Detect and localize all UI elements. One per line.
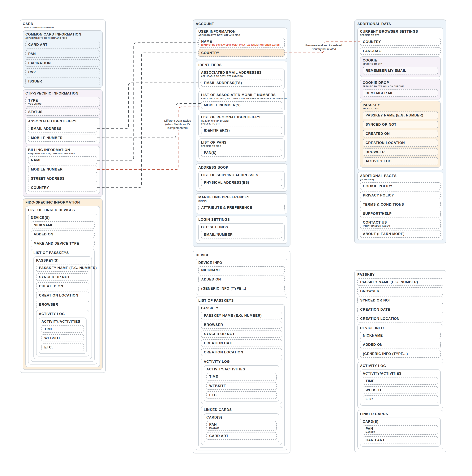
card-associated-identifiers-label: ASSOCIATED IDENTIFIERS (28, 119, 97, 123)
card-cvv: CVV (25, 68, 100, 76)
card-passkeys: PASSKEY(S)PASSKEY NAME (E.G. NUMBER)SYNC… (34, 256, 92, 359)
account-assoc-email-addresses-subtitle: APPLICABLE TO BOTH CTP AND FIDO (201, 75, 282, 78)
pk-activity-log-label: ACTIVITY LOG (360, 364, 441, 368)
card-list-of-passkeys-label: LIST OF PASSKEYS (34, 251, 92, 255)
card-devices-label: DEVICE(S) (31, 216, 95, 220)
addl-language: LANGUAGE (360, 47, 441, 55)
device-activity-time-label: TIME (209, 374, 274, 379)
additional-data: ADDITIONAL DATACURRENT BROWSER SETTINGSS… (354, 19, 446, 243)
account-country: COUNTRY (198, 49, 285, 57)
device-passkey-name: PASSKEY NAME (E.G. NUMBER) (201, 312, 282, 320)
label-different-data-tables: Different Data Tables(when Mobile as IDi… (163, 118, 192, 130)
card-passkey-creation-location: CREATION LOCATION (36, 291, 89, 299)
addl-contact-us-label: CONTACT US (363, 220, 438, 224)
addl-support-help: SUPPORT/HELP (360, 210, 441, 218)
card-label: CARD (23, 22, 103, 26)
label-country-not-related: Browser-level and User-levelCountry not … (304, 43, 343, 51)
device-activity-website: WEBSITE (206, 382, 277, 390)
pk-card-pan-label: PAN (365, 426, 436, 431)
addl-contact-us: CONTACT US("THAT RANDOM PAGE") (360, 219, 441, 229)
account-country-label: COUNTRY (201, 51, 282, 55)
card-device-nickname-label: NICKNAME (34, 223, 92, 227)
card-assoc-mobile: MOBILE NUMBER (28, 134, 97, 142)
pk-name-label: PASSKEY NAME (E.G. NUMBER) (360, 280, 441, 284)
addl-passkey-name: PASSKEY NAME (E.G. NUMBER) (363, 112, 438, 119)
account-otp-settings: OTP SETTINGSEMAIL/NUMBER (198, 223, 285, 241)
pk-device-generic-info-label: (GENERIC INFO (TYPE...) (363, 352, 438, 356)
label-different-data-tables-line: Different Data Tables (164, 119, 191, 122)
device-activity-etc: ETC. (206, 391, 277, 399)
account-identifier-items: IDENTIFIER(S) (201, 127, 282, 134)
pk-activity-log: ACTIVITY LOGACTIVITY/ACTIVITIESTIMEWEBSI… (357, 362, 443, 408)
pk-card-pan: PANMASKED (363, 425, 438, 435)
device-added-on-label: ADDED ON (201, 277, 282, 281)
card-passkey-created-on: CREATED ON (36, 282, 89, 290)
addl-remember-me: REMEMBER ME (363, 89, 438, 97)
account-shipping-addresses-label: LIST OF SHIPPING ADDRESSES (201, 173, 282, 177)
pk-activities-label: ACTIVITY/ACTIVITIES (363, 371, 438, 375)
addl-about-label: ABOUT (LEARN MORE) (363, 232, 438, 236)
account-regional-identifiers-subtitle: I.E. E-ID, CPF (IN BRAZIL) (201, 119, 282, 122)
pk-device-generic-info: (GENERIC INFO (TYPE...) (360, 350, 441, 358)
account-assoc-email-addresses: ASSOCIATED EMAIL ADDRESSESAPPLICABLE TO … (198, 68, 285, 89)
device-passkey-browser: BROWSER (201, 321, 282, 329)
account-identifier-items-label: IDENTIFIER(S) (204, 128, 280, 133)
device-generic-info-label: (GENERIC INFO (TYPE...) (201, 286, 282, 291)
card-subtitle: DEVICE-ORIENTED VERSION (23, 26, 103, 29)
pk-cards-label: CARD(S) (363, 420, 438, 424)
account-attribute-preference-label: ATTRIBUTE & PREFERENCE (201, 205, 282, 210)
card-activities: ACTIVITY/ACTIVITIESTIMEWEBSITEETC. (39, 318, 87, 354)
device-passkey-creation-location: CREATION LOCATION (201, 348, 282, 356)
addl-cookie-subtitle: SPECIFIC TO CTP (363, 63, 438, 65)
device-passkey-browser-label: BROWSER (204, 323, 280, 327)
addl-privacy-policy-label: PRIVACY POLICY (363, 193, 438, 197)
card-common-info: COMMON CARD INFORMATIONAPPLICABLE TO BOT… (23, 30, 103, 88)
addl-passkey-name-label: PASSKEY NAME (E.G. NUMBER) (365, 113, 436, 118)
addl-contact-us-subtitle: ("THAT RANDOM PAGE") (363, 224, 438, 227)
account-login-settings-label: LOGIN SETTINGS (198, 218, 285, 222)
device-added-on: ADDED ON (198, 275, 285, 283)
account-otp-settings-label: OTP SETTINGS (201, 225, 282, 229)
account-shipping-addresses: LIST OF SHIPPING ADDRESSESPHYSICAL ADDRE… (198, 171, 285, 189)
card-activity-etc-label: ETC. (44, 345, 82, 349)
card-device-make-type: MAKE AND DEVICE TYPE (31, 240, 95, 247)
pk-card-pan-subtitle: MASKED (365, 431, 436, 433)
card-assoc-email-label: EMAIL ADDRESS (31, 127, 95, 131)
device-passkey-synced: SYNCED OR NOT (201, 330, 282, 338)
device-activities: ACTIVITY/ACTIVITIESTIMEWEBSITEETC. (204, 365, 279, 402)
account-marketing-preferences-subtitle: (GMAP) (198, 200, 285, 202)
card-ctp-info-label: CTP-SPECIFIC INFORMATION (25, 91, 100, 95)
card-list-linked-devices: LIST OF LINKED DEVICESDEVICE(S)NICKNAMEA… (25, 206, 100, 367)
pk-device-nickname: NICKNAME (360, 332, 441, 339)
card-pan-label: PAN (28, 52, 98, 56)
addl-cookie-label: COOKIE (363, 58, 438, 62)
card-list-linked-devices-label: LIST OF LINKED DEVICES (28, 208, 97, 212)
card-device-nickname: NICKNAME (31, 221, 95, 229)
pk-activity-time: TIME (363, 377, 438, 385)
pk-cards: CARD(S)PANMASKEDCARD ART (360, 418, 441, 447)
addl-passkey-activity-log: ACTIVITY LOG (363, 157, 438, 165)
account-physical-addresses: PHYSICAL ADDRESS(ES) (201, 179, 282, 186)
card-associated-identifiers: ASSOCIATED IDENTIFIERSEMAIL ADDRESSMOBIL… (25, 117, 100, 144)
account-regional-identifiers: LIST OF REGIONAL IDENTIFIERSI.E. E-ID, C… (198, 113, 285, 137)
account-mobiles-label: MOBILE NUMBER(S) (204, 103, 280, 107)
addl-remember-my-email-label: REMEMBER MY EMAIL (365, 68, 436, 73)
addl-passkey-synced: SYNCED OR NOT (363, 121, 438, 128)
addl-passkey-synced-label: SYNCED OR NOT (365, 122, 436, 127)
card-activity-time-label: TIME (44, 327, 82, 331)
pk-device-nickname-label: NICKNAME (363, 333, 438, 338)
account-assoc-mobile-numbers-subtitle: APPLICABLE TO FIDO, WILL APPLY TO CTP WH… (201, 97, 282, 100)
card-issuer: ISSUER (25, 78, 100, 85)
device-passkey: PASSKEYPASSKEY NAME (E.G. NUMBER)BROWSER… (198, 304, 285, 448)
card-art: CARD ART (25, 41, 100, 49)
addl-cookie: COOKIESPECIFIC TO CTPREMEMBER MY EMAIL (360, 56, 441, 77)
addl-language-label: LANGUAGE (363, 49, 438, 53)
addl-cookie-drop-label: COOKIE DROP (363, 81, 438, 85)
device-activity-log-label: ACTIVITY LOG (204, 359, 279, 364)
pk-card-art: CARD ART (363, 436, 438, 444)
account-email-number: EMAIL/NUMBER (201, 231, 282, 238)
account-identifiers: IDENTIFIERSASSOCIATED EMAIL ADDRESSESAPP… (196, 61, 287, 162)
device-card-pan-subtitle: MASKED (209, 426, 274, 429)
account-physical-addresses-label: PHYSICAL ADDRESS(ES) (204, 180, 280, 185)
addl-passkey-creation-location-label: CREATION LOCATION (365, 141, 436, 145)
